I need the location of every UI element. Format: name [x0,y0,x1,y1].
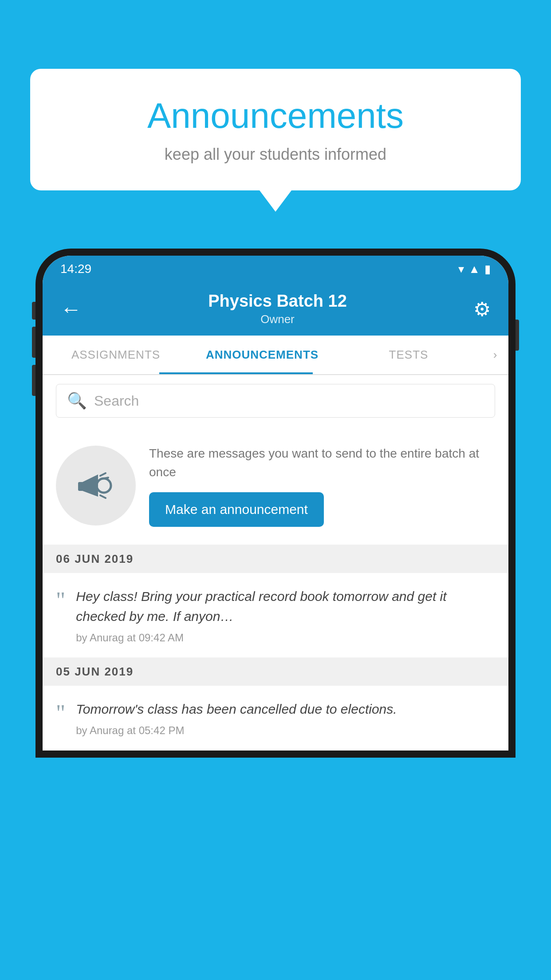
announce-avatar [56,446,136,526]
speech-bubble-section: Announcements keep all your students inf… [30,69,521,212]
announcement-item-1: " Hey class! Bring your practical record… [43,573,508,658]
tab-active-indicator [159,372,313,374]
wifi-icon: ▾ [458,262,464,276]
svg-line-3 [100,473,106,476]
announcement-text-1: Hey class! Bring your practical record b… [76,586,495,626]
announcement-prompt-section: These are messages you want to send to t… [43,427,508,545]
back-button[interactable]: ← [60,297,82,321]
search-container: 🔍 Search [43,375,508,427]
phone-wrapper: 14:29 ▾ ▲ ▮ ← Physics Batch 12 Owner ⚙ [35,249,516,980]
tabs-container: ASSIGNMENTS ANNOUNCEMENTS TESTS › [43,336,508,375]
announce-description: These are messages you want to send to t… [149,444,495,482]
phone-outer: 14:29 ▾ ▲ ▮ ← Physics Batch 12 Owner ⚙ [35,249,516,758]
announce-right: These are messages you want to send to t… [149,444,495,527]
phone-side-buttons-left [32,302,35,396]
date-header-1: 06 JUN 2019 [43,545,508,573]
volume-down-button [32,365,35,396]
search-icon: 🔍 [67,391,87,410]
announcement-meta-2: by Anurag at 05:42 PM [76,724,495,737]
power-button [32,302,35,320]
battery-icon: ▮ [484,262,491,276]
phone-screen: 14:29 ▾ ▲ ▮ ← Physics Batch 12 Owner ⚙ [43,256,508,751]
tab-assignments[interactable]: ASSIGNMENTS [43,336,189,374]
speech-bubble-tail [260,190,291,212]
speech-bubble-card: Announcements keep all your students inf… [30,69,521,190]
speech-bubble-subtitle: keep all your students informed [66,145,485,164]
quote-icon-1: " [56,589,65,612]
status-time: 14:29 [60,262,91,276]
make-announcement-button[interactable]: Make an announcement [149,492,324,527]
megaphone-icon [74,463,118,508]
tab-announcements[interactable]: ANNOUNCEMENTS [189,336,335,374]
announcement-content-2: Tomorrow's class has been cancelled due … [76,699,495,737]
search-input[interactable]: Search [94,393,139,409]
announcement-meta-1: by Anurag at 09:42 AM [76,632,495,644]
speech-bubble-title: Announcements [66,95,485,136]
quote-icon-2: " [56,702,65,725]
volume-up-button [32,327,35,358]
header-title: Physics Batch 12 [82,292,473,311]
svg-point-2 [97,478,111,493]
app-header: ← Physics Batch 12 Owner ⚙ [43,282,508,336]
signal-icon: ▲ [468,262,480,276]
header-subtitle: Owner [82,312,473,326]
header-center: Physics Batch 12 Owner [82,292,473,326]
settings-icon[interactable]: ⚙ [473,298,491,320]
date-header-2: 05 JUN 2019 [43,658,508,686]
status-icons: ▾ ▲ ▮ [458,262,491,276]
phone-side-buttons-right [516,320,519,351]
announcement-item-2: " Tomorrow's class has been cancelled du… [43,686,508,751]
search-bar[interactable]: 🔍 Search [56,384,495,418]
announcement-content-1: Hey class! Bring your practical record b… [76,586,495,644]
announcement-text-2: Tomorrow's class has been cancelled due … [76,699,495,719]
side-button-right [516,320,519,351]
svg-rect-1 [78,482,83,491]
svg-line-5 [100,495,106,498]
status-bar: 14:29 ▾ ▲ ▮ [43,256,508,282]
tab-tests[interactable]: TESTS [335,336,482,374]
tab-more[interactable]: › [482,336,508,374]
